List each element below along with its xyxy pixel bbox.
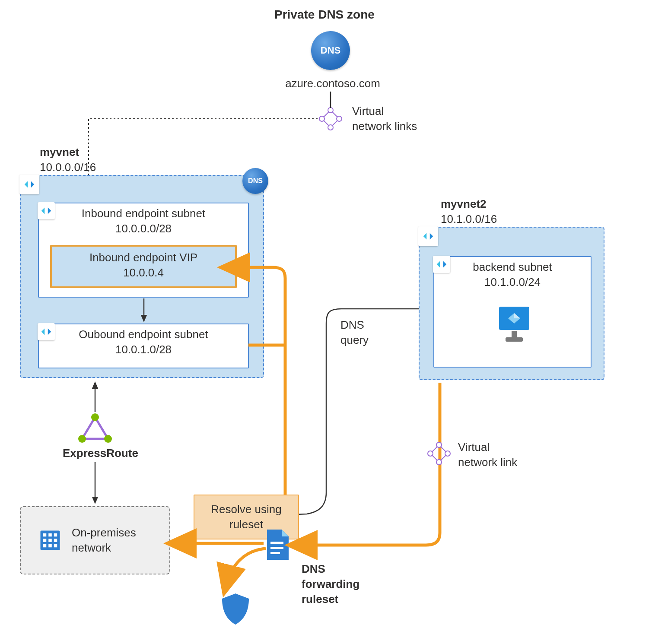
vnet-link-icon (426, 441, 452, 466)
svg-point-36 (436, 442, 442, 447)
private-dns-zone-icon: DNS (311, 31, 350, 70)
vm-icon (497, 305, 531, 348)
svg-rect-20 (48, 533, 52, 537)
svg-point-15 (78, 435, 86, 443)
svg-rect-25 (43, 544, 47, 548)
svg-rect-28 (270, 542, 283, 544)
inbound-vip-box: Inbound endpoint VIP 10.0.0.4 (50, 245, 237, 288)
svg-rect-12 (506, 337, 523, 342)
outbound-subnet-label: Oubound endpoint subnet 10.0.1.0/28 (39, 324, 248, 357)
svg-rect-11 (512, 331, 517, 337)
conn-myvnet2-to-ruleset (292, 381, 448, 549)
page-title: Private DNS zone (274, 8, 375, 22)
myvnet2-cidr: 10.1.0.0/16 (441, 212, 497, 227)
backend-subnet-box: backend subnet 10.1.0.0/24 (433, 256, 592, 368)
svg-point-7 (328, 125, 333, 130)
expressroute-label: ExpressRoute (63, 446, 138, 461)
myvnet2-box: backend subnet 10.1.0.0/24 (419, 227, 604, 380)
conn-dnszone-to-links (328, 92, 333, 108)
vnet-links-icon (318, 106, 343, 132)
svg-rect-23 (48, 539, 52, 542)
svg-point-37 (428, 451, 433, 456)
svg-rect-24 (54, 539, 57, 542)
inbound-subnet-label: Inbound endpoint subnet 10.0.0.0/28 (39, 203, 248, 236)
svg-point-14 (104, 435, 112, 443)
svg-rect-21 (54, 533, 57, 537)
building-icon (37, 527, 63, 553)
subnet-icon (38, 202, 55, 219)
shield-icon (220, 592, 251, 626)
dns-query-label: DNS query (340, 317, 369, 348)
vnet-icon (418, 226, 438, 246)
expressroute-icon (78, 415, 112, 444)
inbound-subnet-box: Inbound endpoint subnet 10.0.0.0/28 Inbo… (38, 203, 249, 298)
vnet-links-label: Virtual network links (352, 104, 417, 134)
diagram-canvas: Private DNS zone DNS azure.contoso.com V… (0, 0, 652, 644)
myvnet2-name: myvnet2 (441, 197, 487, 212)
vnet-icon (19, 174, 39, 194)
myvnet-name: myvnet (40, 145, 79, 160)
subnet-icon (433, 256, 450, 273)
svg-point-6 (337, 116, 342, 121)
svg-point-5 (319, 116, 324, 121)
backend-subnet-label: backend subnet 10.1.0.0/24 (434, 257, 591, 290)
subnet-icon (38, 323, 55, 340)
vnet-link-label: Virtual network link (458, 440, 517, 470)
dns-zone-domain: azure.contoso.com (277, 76, 389, 91)
svg-rect-26 (48, 544, 52, 548)
svg-point-4 (328, 108, 333, 113)
ruleset-label: DNS forwarding ruleset (302, 562, 359, 607)
svg-rect-19 (43, 533, 47, 537)
svg-point-39 (436, 460, 442, 465)
outbound-subnet-box: Oubound endpoint subnet 10.0.1.0/28 (38, 324, 249, 368)
arrow-er-to-myvnet (89, 380, 102, 415)
onprem-box: On-premises network (20, 506, 170, 574)
dns-badge-icon: DNS (242, 168, 268, 194)
svg-rect-27 (54, 544, 57, 548)
onprem-label: On-premises network (72, 525, 136, 555)
myvnet-cidr: 10.0.0.0/16 (40, 160, 96, 175)
svg-point-38 (445, 451, 450, 456)
arrow-er-to-onprem (89, 462, 102, 505)
svg-rect-22 (43, 539, 47, 542)
arrow-inbound-to-outbound (137, 298, 150, 324)
conn-ruleset-to-shield (218, 546, 287, 593)
